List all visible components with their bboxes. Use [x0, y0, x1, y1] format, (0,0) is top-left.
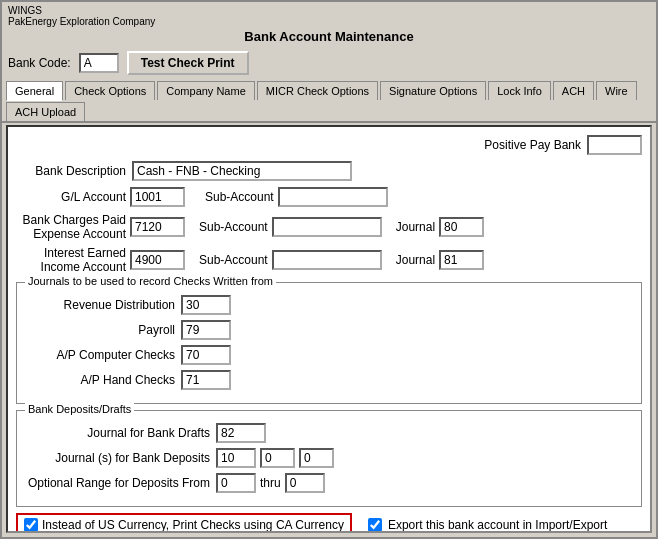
deposits-group-title: Bank Deposits/Drafts — [25, 403, 134, 415]
sub-account-label-3: Sub-Account — [199, 253, 268, 267]
journal-deposits-input-3[interactable] — [299, 448, 334, 468]
journal-deposits-input-1[interactable] — [216, 448, 256, 468]
payroll-label: Payroll — [25, 323, 175, 337]
tab-ach[interactable]: ACH — [553, 81, 594, 100]
optional-range-to-input[interactable] — [285, 473, 325, 493]
journal-deposits-input-2[interactable] — [260, 448, 295, 468]
bank-desc-label: Bank Description — [16, 164, 126, 178]
ap-computer-label: A/P Computer Checks — [25, 348, 175, 362]
journal-input-1[interactable] — [439, 217, 484, 237]
tab-micr[interactable]: MICR Check Options — [257, 81, 378, 100]
company-name: PakEnergy Exploration Company — [8, 16, 650, 27]
sub-account-input-2[interactable] — [272, 217, 382, 237]
thru-label: thru — [260, 476, 281, 490]
positive-pay-input[interactable] — [587, 135, 642, 155]
optional-range-from-input[interactable] — [216, 473, 256, 493]
window-title: Bank Account Maintenance — [8, 29, 650, 44]
revenue-dist-input[interactable] — [181, 295, 231, 315]
sub-account-label-1: Sub-Account — [205, 190, 274, 204]
bank-code-input[interactable] — [79, 53, 119, 73]
journal-drafts-input[interactable] — [216, 423, 266, 443]
journal-drafts-label: Journal for Bank Drafts — [25, 426, 210, 440]
ap-hand-label: A/P Hand Checks — [25, 373, 175, 387]
payroll-input[interactable] — [181, 320, 231, 340]
interest-earned-label: Interest Earned — [44, 246, 126, 260]
ap-computer-input[interactable] — [181, 345, 231, 365]
export-group: Export this bank account in Import/Expor… — [368, 518, 607, 532]
tab-general[interactable]: General — [6, 81, 63, 101]
gl-account-input[interactable] — [130, 187, 185, 207]
tab-ach-upload[interactable]: ACH Upload — [6, 102, 85, 121]
deposits-group: Bank Deposits/Drafts Journal for Bank Dr… — [16, 410, 642, 507]
sub-account-input-1[interactable] — [278, 187, 388, 207]
journal-input-2[interactable] — [439, 250, 484, 270]
ca-currency-checkbox[interactable] — [24, 518, 38, 532]
bank-code-label: Bank Code: — [8, 56, 71, 70]
sub-account-label-2: Sub-Account — [199, 220, 268, 234]
tab-company-name[interactable]: Company Name — [157, 81, 254, 100]
journal-label-1: Journal — [396, 220, 435, 234]
positive-pay-label: Positive Pay Bank — [484, 138, 581, 152]
ap-hand-input[interactable] — [181, 370, 231, 390]
expense-account-input[interactable] — [130, 217, 185, 237]
journals-group-title: Journals to be used to record Checks Wri… — [25, 275, 276, 287]
content-area: Positive Pay Bank Bank Description G/L A… — [6, 125, 652, 533]
optional-range-label: Optional Range for Deposits From — [25, 476, 210, 490]
gl-account-label: G/L Account — [16, 190, 126, 204]
bottom-checkboxes-row: Instead of US Currency, Print Checks usi… — [16, 513, 642, 533]
journals-group: Journals to be used to record Checks Wri… — [16, 282, 642, 404]
tab-lock-info[interactable]: Lock Info — [488, 81, 551, 100]
income-account-input[interactable] — [130, 250, 185, 270]
tab-signature[interactable]: Signature Options — [380, 81, 486, 100]
expense-account-label: Expense Account — [33, 227, 126, 241]
journal-deposits-label: Journal (s) for Bank Deposits — [25, 451, 210, 465]
test-check-print-button[interactable]: Test Check Print — [127, 51, 249, 75]
journal-label-2: Journal — [396, 253, 435, 267]
ca-currency-label: Instead of US Currency, Print Checks usi… — [42, 518, 344, 532]
sub-account-input-3[interactable] — [272, 250, 382, 270]
tab-wire[interactable]: Wire — [596, 81, 637, 100]
export-checkbox[interactable] — [368, 518, 382, 532]
bank-charges-label: Bank Charges Paid — [23, 213, 126, 227]
bank-desc-input[interactable] — [132, 161, 352, 181]
income-account-label: Income Account — [41, 260, 126, 274]
tabs-container: General Check Options Company Name MICR … — [2, 79, 656, 123]
revenue-dist-label: Revenue Distribution — [25, 298, 175, 312]
ca-currency-group: Instead of US Currency, Print Checks usi… — [16, 513, 352, 533]
export-label: Export this bank account in Import/Expor… — [388, 518, 607, 532]
tab-check-options[interactable]: Check Options — [65, 81, 155, 100]
wings-label: WINGS — [8, 5, 650, 16]
